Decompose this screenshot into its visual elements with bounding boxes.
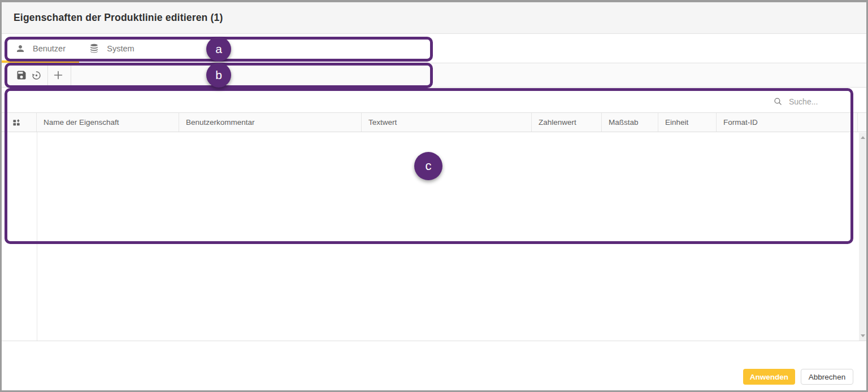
search-input[interactable] xyxy=(788,97,852,107)
column-header-format-id[interactable]: Format-ID xyxy=(717,113,858,132)
toolbar-separator xyxy=(47,63,48,87)
column-header-textwert[interactable]: Textwert xyxy=(362,113,532,132)
restore-button[interactable] xyxy=(27,63,46,87)
scroll-up-icon[interactable] xyxy=(861,136,865,139)
tab-system[interactable]: System xyxy=(79,34,144,63)
column-chooser-header[interactable] xyxy=(2,113,37,132)
column-header-name[interactable]: Name der Eigenschaft xyxy=(37,113,179,132)
restore-icon xyxy=(31,69,42,81)
vertical-scrollbar[interactable] xyxy=(859,133,866,341)
header-filler xyxy=(858,113,866,132)
grid-search xyxy=(773,92,854,111)
plus-icon xyxy=(52,69,64,81)
table-column-divider xyxy=(37,132,37,341)
save-icon xyxy=(16,69,27,81)
tab-benutzer-label: Benutzer xyxy=(33,44,66,53)
column-header-massstab[interactable]: Maßstab xyxy=(602,113,658,132)
scroll-down-icon[interactable] xyxy=(861,334,865,337)
annotation-box-c xyxy=(5,88,853,244)
page-title: Eigenschaften der Produktlinie editieren… xyxy=(14,2,223,33)
annotation-marker-c: c xyxy=(414,152,442,180)
tab-system-label: System xyxy=(107,44,134,53)
toolbar-separator xyxy=(71,63,71,87)
search-icon xyxy=(773,97,783,106)
column-header-einheit[interactable]: Einheit xyxy=(658,113,717,132)
column-header-benutzerkommentar[interactable]: Benutzerkommentar xyxy=(179,113,362,132)
person-icon xyxy=(15,43,25,54)
table-header-row: Name der Eigenschaft Benutzerkommentar T… xyxy=(2,112,866,132)
column-chooser-icon xyxy=(12,118,21,127)
apply-button[interactable]: Anwenden xyxy=(743,369,795,385)
table-bottom-border xyxy=(2,341,866,341)
tab-benutzer[interactable]: Benutzer xyxy=(2,34,79,63)
grid-toolbar xyxy=(2,63,866,88)
title-bar: Eigenschaften der Produktlinie editieren… xyxy=(2,2,866,34)
column-header-zahlenwert[interactable]: Zahlenwert xyxy=(532,113,602,132)
cancel-button[interactable]: Abbrechen xyxy=(801,369,853,385)
database-icon xyxy=(89,43,99,54)
add-button[interactable] xyxy=(49,63,68,87)
tab-bar: Benutzer System xyxy=(2,34,866,63)
